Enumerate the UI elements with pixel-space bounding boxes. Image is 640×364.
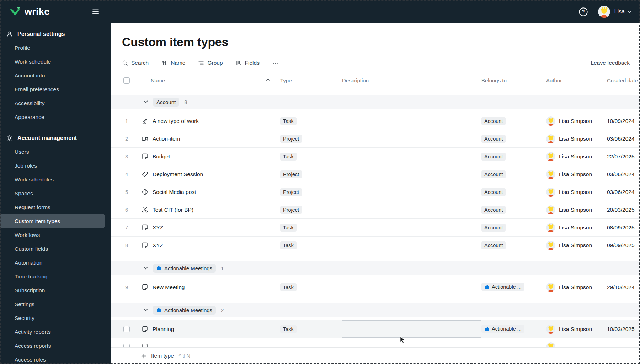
- table-row[interactable]: 8XYZTaskAccountLisa Simpson09/09/2025: [111, 237, 640, 254]
- item-name-cell[interactable]: Deployment Session: [134, 171, 280, 178]
- footer-bar: Item type ^⇧N: [111, 347, 640, 364]
- tag-icon: [142, 171, 148, 178]
- item-description-cell[interactable]: [342, 237, 481, 254]
- belongs-to-cell: Account: [481, 117, 546, 125]
- sidebar-item-job-roles[interactable]: Job roles: [0, 159, 111, 173]
- hamburger-menu-icon[interactable]: [92, 9, 100, 15]
- leave-feedback-button[interactable]: Leave feedback: [591, 60, 630, 66]
- group-button[interactable]: Group: [198, 60, 223, 66]
- table-row[interactable]: 1A new type of workTaskAccountLisa Simps…: [111, 112, 640, 130]
- select-all-checkbox[interactable]: [123, 77, 130, 84]
- row-select-cell[interactable]: 4: [119, 172, 134, 177]
- table-row[interactable]: 9New MeetingTaskActionable ...Lisa Simps…: [111, 278, 640, 296]
- sidebar-item-automation[interactable]: Automation: [0, 256, 111, 270]
- item-name-cell[interactable]: New Meeting: [134, 284, 280, 290]
- item-description-cell[interactable]: [342, 320, 481, 338]
- sidebar-item-custom-fields[interactable]: Custom fields: [0, 242, 111, 256]
- chevron-down-icon[interactable]: [143, 99, 149, 105]
- row-select-cell[interactable]: 9: [119, 284, 134, 290]
- group-header-row[interactable]: Actionable Meetings2: [111, 303, 640, 317]
- help-icon[interactable]: ?: [578, 7, 588, 17]
- sidebar-item-users[interactable]: Users: [0, 145, 111, 159]
- user-avatar[interactable]: [598, 6, 610, 18]
- more-button[interactable]: [272, 60, 278, 66]
- item-type-cell: Task: [280, 117, 342, 125]
- column-header-author[interactable]: Author: [546, 77, 607, 83]
- row-select-cell[interactable]: 2: [119, 136, 134, 142]
- sidebar-item-access-reports[interactable]: Access reports: [0, 339, 111, 353]
- row-select-cell[interactable]: 5: [119, 189, 134, 195]
- sidebar-item-workflows[interactable]: Workflows: [0, 228, 111, 242]
- sidebar-item-activity-reports[interactable]: Activity reports: [0, 325, 111, 339]
- column-header-name[interactable]: Name: [151, 77, 165, 83]
- item-name-cell[interactable]: A new type of work: [134, 118, 280, 124]
- sidebar-item-request-forms[interactable]: Request forms: [0, 200, 111, 214]
- chevron-down-icon[interactable]: [627, 9, 632, 15]
- row-select-cell[interactable]: 7: [119, 225, 134, 230]
- search-button[interactable]: Search: [122, 60, 149, 66]
- sidebar-item-security[interactable]: Security: [0, 311, 111, 325]
- column-header-type[interactable]: Type: [280, 77, 342, 83]
- sidebar-item-settings[interactable]: Settings: [0, 297, 111, 311]
- item-description-cell[interactable]: [342, 278, 481, 296]
- fields-button[interactable]: Fields: [236, 60, 260, 66]
- table-row[interactable]: 2Action-itemProjectAccountLisa Simpson03…: [111, 130, 640, 148]
- sidebar-item-email-preferences[interactable]: Email preferences: [0, 82, 111, 96]
- row-select-cell[interactable]: 8: [119, 243, 134, 248]
- item-description-cell[interactable]: [342, 130, 481, 147]
- sidebar-item-subscription[interactable]: Subscription: [0, 283, 111, 297]
- sidebar-item-time-tracking[interactable]: Time tracking: [0, 270, 111, 283]
- wrike-brand[interactable]: wrike: [9, 6, 50, 17]
- table-row[interactable]: PlanningTaskActionable ...Lisa Simpson10…: [111, 320, 640, 338]
- column-header-description[interactable]: Description: [342, 77, 481, 83]
- sidebar-item-custom-item-types[interactable]: Custom item types: [0, 214, 105, 228]
- toolbar: Search Name Group Fields Lea: [122, 60, 630, 66]
- chevron-down-icon[interactable]: [143, 307, 149, 313]
- sidebar-item-accessibility[interactable]: Accessibility: [0, 96, 111, 110]
- row-checkbox[interactable]: [123, 326, 130, 332]
- item-description-cell[interactable]: [342, 112, 481, 130]
- item-description-cell[interactable]: [342, 165, 481, 183]
- item-name: Test CIT (for BP): [153, 207, 193, 213]
- table-row[interactable]: 7XYZTaskAccountLisa Simpson08/09/2025: [111, 219, 640, 237]
- sort-ascending-icon[interactable]: [265, 78, 271, 83]
- item-type-cell: Project: [280, 170, 342, 178]
- item-name-cell[interactable]: XYZ: [134, 224, 280, 231]
- item-description-cell[interactable]: [342, 201, 481, 218]
- add-item-type-button[interactable]: Item type: [141, 353, 174, 359]
- sidebar-item-work-schedules[interactable]: Work schedules: [0, 173, 111, 186]
- gear-icon: [6, 135, 13, 141]
- user-name[interactable]: Lisa: [614, 9, 625, 15]
- sidebar-item-access-roles[interactable]: Access roles: [0, 353, 111, 364]
- sidebar-item-work-schedule[interactable]: Work schedule: [0, 55, 111, 69]
- item-name-cell[interactable]: Test CIT (for BP): [134, 206, 280, 213]
- item-name-cell[interactable]: XYZ: [134, 242, 280, 249]
- row-select-cell[interactable]: 1: [119, 118, 134, 124]
- item-description-cell[interactable]: [342, 183, 481, 201]
- sort-by-name-button[interactable]: Name: [161, 60, 185, 66]
- item-description-cell[interactable]: [342, 219, 481, 236]
- table-row[interactable]: 4Deployment SessionProjectAccountLisa Si…: [111, 165, 640, 183]
- row-select-cell[interactable]: 6: [119, 207, 134, 213]
- row-select-cell[interactable]: [119, 326, 134, 332]
- table-row[interactable]: 6Test CIT (for BP)ProjectAccountLisa Sim…: [111, 201, 640, 219]
- item-name-cell[interactable]: Social Media post: [134, 189, 280, 195]
- created-date-cell: 03/06/2024: [607, 189, 640, 195]
- group-header-row[interactable]: Account8: [111, 95, 640, 109]
- row-select-cell[interactable]: 3: [119, 154, 134, 159]
- item-description-cell[interactable]: [342, 148, 481, 165]
- item-name-cell[interactable]: Planning: [134, 326, 280, 332]
- sidebar-item-profile[interactable]: Profile: [0, 41, 111, 55]
- table-row[interactable]: 3BudgetTaskAccountLisa Simpson22/07/2025: [111, 148, 640, 165]
- chevron-down-icon[interactable]: [143, 265, 149, 271]
- group-header-row[interactable]: Actionable Meetings1: [111, 261, 640, 275]
- row-number: 3: [125, 154, 128, 159]
- sidebar-item-account-info[interactable]: Account info: [0, 69, 111, 82]
- sidebar-item-spaces[interactable]: Spaces: [0, 186, 111, 200]
- sidebar-item-appearance[interactable]: Appearance: [0, 110, 111, 124]
- column-header-belongs-to[interactable]: Belongs to: [481, 77, 546, 83]
- table-row[interactable]: 5Social Media postProjectAccountLisa Sim…: [111, 183, 640, 201]
- item-name-cell[interactable]: Action-item: [134, 135, 280, 142]
- column-header-created-date[interactable]: Created date: [607, 77, 640, 83]
- item-name-cell[interactable]: Budget: [134, 153, 280, 160]
